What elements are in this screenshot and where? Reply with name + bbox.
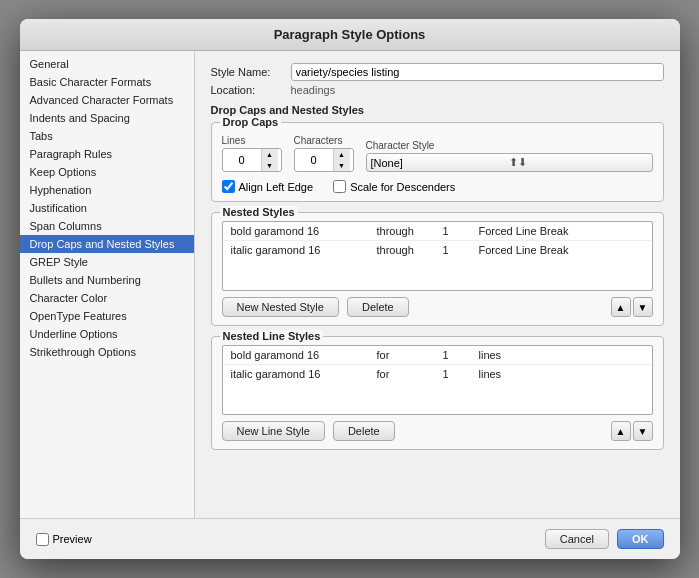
sidebar-item-justification[interactable]: Justification xyxy=(20,199,194,217)
line-style-type: lines xyxy=(479,368,644,380)
scale-label: Scale for Descenders xyxy=(350,181,455,193)
delete-nested-style-btn[interactable]: Delete xyxy=(347,297,409,317)
sidebar-item-hyphenation[interactable]: Hyphenation xyxy=(20,181,194,199)
sidebar-item-para-rules[interactable]: Paragraph Rules xyxy=(20,145,194,163)
new-line-style-btn[interactable]: New Line Style xyxy=(222,421,325,441)
line-style-through: for xyxy=(377,349,427,361)
sidebar-item-basic-char[interactable]: Basic Character Formats xyxy=(20,73,194,91)
paragraph-style-dialog: Paragraph Style Options GeneralBasic Cha… xyxy=(20,19,680,559)
lines-input[interactable] xyxy=(223,152,261,168)
new-nested-style-btn[interactable]: New Nested Style xyxy=(222,297,339,317)
line-style-num: 1 xyxy=(443,349,463,361)
sidebar-item-underline[interactable]: Underline Options xyxy=(20,325,194,343)
nested-line-styles-label: Nested Line Styles xyxy=(220,330,324,342)
delete-line-style-btn[interactable]: Delete xyxy=(333,421,395,441)
line-style-type: lines xyxy=(479,349,644,361)
line-styles-up-btn[interactable]: ▲ xyxy=(611,421,631,441)
nested-styles-group: Nested Styles bold garamond 16 through 1… xyxy=(211,212,664,326)
nested-styles-label: Nested Styles xyxy=(220,206,298,218)
sidebar-item-strikethrough[interactable]: Strikethrough Options xyxy=(20,343,194,361)
sidebar-item-span-columns[interactable]: Span Columns xyxy=(20,217,194,235)
sidebar-item-advanced-char[interactable]: Advanced Character Formats xyxy=(20,91,194,109)
line-styles-down-btn[interactable]: ▼ xyxy=(633,421,653,441)
line-style-num: 1 xyxy=(443,368,463,380)
char-style-value: [None] xyxy=(371,157,510,169)
nested-styles-down-btn[interactable]: ▼ xyxy=(633,297,653,317)
align-left-checkbox[interactable] xyxy=(222,180,235,193)
lines-up-btn[interactable]: ▲ xyxy=(262,149,278,160)
sidebar-item-char-color[interactable]: Character Color xyxy=(20,289,194,307)
ok-button[interactable]: OK xyxy=(617,529,664,549)
line-style-row[interactable]: italic garamond 16 for 1 lines xyxy=(223,365,652,383)
nested-styles-up-btn[interactable]: ▲ xyxy=(611,297,631,317)
location-value: headings xyxy=(291,84,336,96)
line-style-row[interactable]: bold garamond 16 for 1 lines xyxy=(223,346,652,365)
style-name-label: Style Name: xyxy=(211,66,291,78)
line-style-name: italic garamond 16 xyxy=(231,368,361,380)
drop-caps-group: Drop Caps Lines ▲ ▼ Character xyxy=(211,122,664,202)
nested-style-row[interactable]: italic garamond 16 through 1 Forced Line… xyxy=(223,241,652,259)
char-style-arrow-icon: ⬆⬇ xyxy=(509,156,648,169)
lines-down-btn[interactable]: ▼ xyxy=(262,160,278,171)
nested-style-type: Forced Line Break xyxy=(479,244,644,256)
preview-label: Preview xyxy=(53,533,92,545)
sidebar-item-keep-options[interactable]: Keep Options xyxy=(20,163,194,181)
chars-down-btn[interactable]: ▼ xyxy=(334,160,350,171)
chars-up-btn[interactable]: ▲ xyxy=(334,149,350,160)
nested-line-styles-list: bold garamond 16 for 1 lines italic gara… xyxy=(222,345,653,415)
main-panel: Style Name: Location: headings Drop Caps… xyxy=(195,51,680,518)
location-label: Location: xyxy=(211,84,291,96)
section-title: Drop Caps and Nested Styles xyxy=(211,104,664,116)
nested-style-num: 1 xyxy=(443,244,463,256)
sidebar: GeneralBasic Character FormatsAdvanced C… xyxy=(20,51,195,518)
chars-input[interactable] xyxy=(295,152,333,168)
align-left-label: Align Left Edge xyxy=(239,181,314,193)
style-name-input[interactable] xyxy=(291,63,664,81)
chars-label: Characters xyxy=(294,135,354,146)
sidebar-item-tabs[interactable]: Tabs xyxy=(20,127,194,145)
nested-styles-list: bold garamond 16 through 1 Forced Line B… xyxy=(222,221,653,291)
sidebar-item-general[interactable]: General xyxy=(20,55,194,73)
scale-checkbox[interactable] xyxy=(333,180,346,193)
sidebar-item-grep[interactable]: GREP Style xyxy=(20,253,194,271)
nested-style-through: through xyxy=(377,225,427,237)
line-style-through: for xyxy=(377,368,427,380)
nested-style-row[interactable]: bold garamond 16 through 1 Forced Line B… xyxy=(223,222,652,241)
sidebar-item-opentype[interactable]: OpenType Features xyxy=(20,307,194,325)
dialog-title: Paragraph Style Options xyxy=(20,19,680,51)
lines-label: Lines xyxy=(222,135,282,146)
chars-spinbox: ▲ ▼ xyxy=(294,148,354,172)
nested-style-type: Forced Line Break xyxy=(479,225,644,237)
char-style-label: Character Style xyxy=(366,140,653,151)
lines-spinbox: ▲ ▼ xyxy=(222,148,282,172)
line-style-name: bold garamond 16 xyxy=(231,349,361,361)
nested-style-name: italic garamond 16 xyxy=(231,244,361,256)
nested-line-styles-group: Nested Line Styles bold garamond 16 for … xyxy=(211,336,664,450)
align-left-check[interactable]: Align Left Edge xyxy=(222,180,314,193)
nested-style-through: through xyxy=(377,244,427,256)
preview-checkbox[interactable] xyxy=(36,533,49,546)
sidebar-item-indents[interactable]: Indents and Spacing xyxy=(20,109,194,127)
cancel-button[interactable]: Cancel xyxy=(545,529,609,549)
sidebar-item-drop-caps[interactable]: Drop Caps and Nested Styles xyxy=(20,235,194,253)
nested-style-num: 1 xyxy=(443,225,463,237)
sidebar-item-bullets[interactable]: Bullets and Numbering xyxy=(20,271,194,289)
char-style-select[interactable]: [None] ⬆⬇ xyxy=(366,153,653,172)
drop-caps-label: Drop Caps xyxy=(220,116,282,128)
nested-style-name: bold garamond 16 xyxy=(231,225,361,237)
scale-check[interactable]: Scale for Descenders xyxy=(333,180,455,193)
dialog-footer: Preview Cancel OK xyxy=(20,518,680,559)
